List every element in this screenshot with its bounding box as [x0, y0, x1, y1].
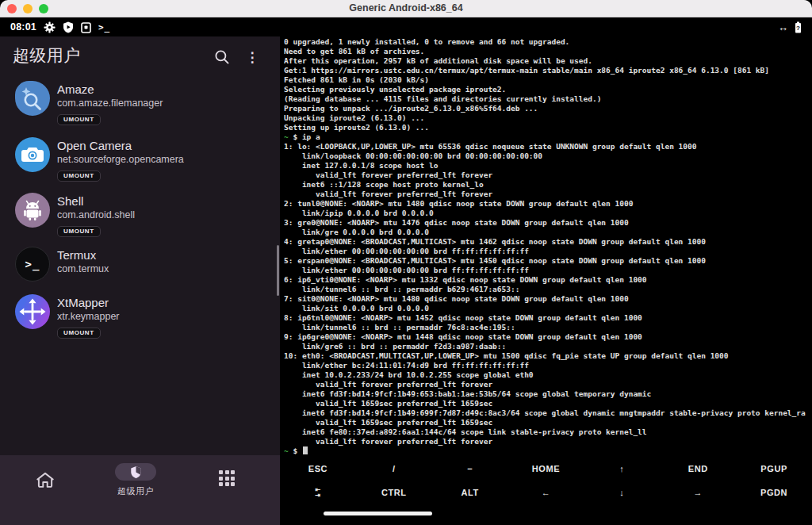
- extra-key[interactable]: ALT: [432, 481, 508, 504]
- extra-key[interactable]: →: [660, 481, 736, 504]
- battery-icon: ?: [795, 21, 802, 33]
- terminal-icon: >_: [98, 22, 110, 33]
- extra-key[interactable]: −: [432, 457, 508, 481]
- search-button[interactable]: [212, 47, 232, 67]
- extra-key[interactable]: ↑: [584, 457, 660, 481]
- superuser-app-panel: 超级用户 ⋮: [0, 36, 280, 525]
- list-scrollbar[interactable]: [277, 245, 279, 296]
- nav-superuser-tab[interactable]: 超级用户: [96, 463, 175, 497]
- svg-text:?: ?: [796, 25, 800, 32]
- gesture-navigation-pill[interactable]: [324, 512, 432, 515]
- home-icon: [35, 469, 56, 490]
- app-name: Open Camera: [57, 138, 184, 153]
- status-clock: 08:01: [10, 21, 36, 33]
- list-item-shell[interactable]: Shell com.android.shell UMOUNT: [15, 191, 274, 245]
- extra-key[interactable]: ↓: [584, 481, 660, 504]
- extra-key[interactable]: HOME: [508, 457, 584, 481]
- umount-badge: UMOUNT: [57, 114, 101, 125]
- overflow-menu-button[interactable]: ⋮: [242, 47, 262, 67]
- termux-app-icon: >_: [15, 247, 50, 282]
- umount-badge: UMOUNT: [57, 328, 101, 339]
- nav-active-label: 超级用户: [96, 485, 175, 497]
- bottom-nav-bar: 超级用户: [0, 455, 280, 525]
- extra-key[interactable]: PGUP: [736, 457, 812, 481]
- app-name: Shell: [57, 194, 135, 209]
- app-package: com.android.shell: [57, 209, 135, 222]
- xtmapper-app-icon: [15, 294, 50, 329]
- umount-badge: UMOUNT: [57, 226, 101, 237]
- extra-key[interactable]: END: [660, 457, 736, 481]
- search-icon: [214, 49, 230, 65]
- amaze-app-icon: [15, 81, 50, 116]
- gear-icon: [44, 21, 56, 33]
- macos-titlebar: Generic Android-x86_64: [0, 0, 812, 17]
- shield-play-icon: [63, 21, 74, 33]
- extra-keys-row-1: ESC/−HOME↑ENDPGUP: [280, 457, 812, 481]
- shell-app-icon: [15, 193, 50, 228]
- window-title: Generic Android-x86_64: [0, 2, 812, 13]
- list-item-open-camera[interactable]: Open Camera net.sourceforge.opencamera U…: [15, 136, 274, 190]
- package-icon: [81, 21, 91, 33]
- list-item-xtmapper[interactable]: XtMapper xtr.keymapper UMOUNT: [15, 293, 274, 347]
- app-header: 超级用户 ⋮: [13, 43, 272, 70]
- nav-active-pill: [115, 463, 156, 481]
- extra-key[interactable]: ESC: [280, 457, 356, 481]
- app-package: xtr.keymapper: [57, 310, 120, 324]
- app-name: Amaze: [57, 82, 163, 97]
- terminal-cursor: [303, 446, 308, 454]
- extra-key[interactable]: PGDN: [736, 481, 812, 504]
- open-camera-app-icon: [15, 137, 50, 172]
- extra-key[interactable]: CTRL: [356, 481, 432, 504]
- emulator-window: Generic Android-x86_64 08:01: [0, 0, 812, 525]
- ethernet-icon: ↔: [778, 21, 788, 33]
- app-name: XtMapper: [57, 295, 120, 310]
- termux-terminal[interactable]: 0 upgraded, 1 newly installed, 0 to remo…: [280, 36, 812, 525]
- list-item-amaze[interactable]: Amaze com.amaze.filemanager UMOUNT: [15, 79, 274, 133]
- nav-apps-grid-button[interactable]: [219, 470, 238, 489]
- shield-icon: [130, 466, 142, 479]
- android-status-bar: 08:01: [0, 17, 812, 36]
- extra-key[interactable]: /: [356, 457, 432, 481]
- app-package: com.amaze.filemanager: [57, 97, 163, 110]
- nav-home-button[interactable]: [35, 469, 56, 490]
- extra-key[interactable]: ⇤⇥: [280, 481, 356, 504]
- terminal-output: 0 upgraded, 1 newly installed, 0 to remo…: [284, 37, 812, 456]
- umount-badge: UMOUNT: [57, 171, 101, 182]
- app-package: com.termux: [57, 262, 109, 276]
- extra-key[interactable]: ←: [508, 481, 584, 504]
- app-package: net.sourceforge.opencamera: [57, 153, 184, 167]
- extra-keys-row-2: ⇤⇥CTRLALT←↓→PGDN: [280, 481, 812, 504]
- termux-extra-keys: ESC/−HOME↑ENDPGUP ⇤⇥CTRLALT←↓→PGDN: [280, 457, 812, 504]
- app-name: Termux: [57, 247, 109, 262]
- list-item-termux[interactable]: >_ Termux com.termux: [15, 245, 274, 299]
- page-title: 超级用户: [13, 43, 272, 68]
- android-screen: 08:01: [0, 17, 812, 525]
